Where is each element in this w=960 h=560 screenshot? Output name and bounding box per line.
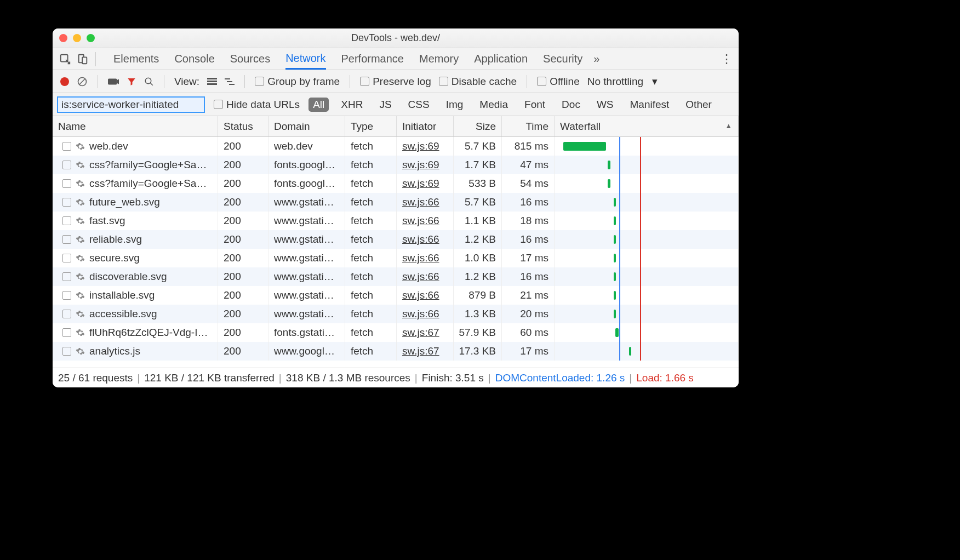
filter-input[interactable] bbox=[57, 96, 205, 113]
filter-type-media[interactable]: Media bbox=[475, 98, 512, 112]
initiator-link[interactable]: sw.js:66 bbox=[402, 233, 439, 245]
cell-type: fetch bbox=[345, 342, 397, 361]
table-row[interactable]: future_web.svg200www.gstati…fetchsw.js:6… bbox=[53, 193, 739, 212]
row-checkbox[interactable] bbox=[62, 328, 71, 337]
service-worker-icon bbox=[76, 310, 85, 319]
large-rows-icon[interactable] bbox=[207, 77, 217, 86]
offline-checkbox[interactable]: Offline bbox=[537, 76, 580, 88]
table-row[interactable]: accessible.svg200www.gstati…fetchsw.js:6… bbox=[53, 305, 739, 323]
column-waterfall[interactable]: Waterfall bbox=[555, 116, 739, 136]
initiator-link[interactable]: sw.js:67 bbox=[402, 345, 439, 357]
column-domain[interactable]: Domain bbox=[268, 116, 345, 136]
initiator-link[interactable]: sw.js:66 bbox=[402, 252, 439, 264]
initiator-link[interactable]: sw.js:66 bbox=[402, 271, 439, 283]
filter-type-ws[interactable]: WS bbox=[592, 98, 618, 112]
search-icon[interactable] bbox=[144, 77, 154, 87]
column-type[interactable]: Type bbox=[345, 116, 397, 136]
cell-status: 200 bbox=[218, 193, 268, 212]
row-checkbox[interactable] bbox=[62, 216, 71, 225]
filter-type-other[interactable]: Other bbox=[681, 98, 716, 112]
table-row[interactable]: flUhRq6tzZclQEJ-Vdg-I…200fonts.gstati…fe… bbox=[53, 323, 739, 342]
filter-type-xhr[interactable]: XHR bbox=[336, 98, 367, 112]
filter-type-all[interactable]: All bbox=[308, 98, 329, 112]
preserve-log-checkbox[interactable]: Preserve log bbox=[360, 76, 431, 88]
initiator-link[interactable]: sw.js:66 bbox=[402, 215, 439, 227]
cell-time: 20 ms bbox=[502, 305, 555, 323]
initiator-link[interactable]: sw.js:69 bbox=[402, 159, 439, 171]
cell-domain: fonts.googl… bbox=[268, 156, 345, 174]
row-checkbox[interactable] bbox=[62, 179, 71, 188]
column-name[interactable]: Name bbox=[53, 116, 218, 136]
column-time[interactable]: Time bbox=[502, 116, 555, 136]
table-row[interactable]: secure.svg200www.gstati…fetchsw.js:661.0… bbox=[53, 249, 739, 267]
initiator-link[interactable]: sw.js:66 bbox=[402, 289, 439, 301]
table-row[interactable]: analytics.js200www.googl…fetchsw.js:6717… bbox=[53, 342, 739, 361]
row-checkbox[interactable] bbox=[62, 161, 71, 169]
filter-type-css[interactable]: CSS bbox=[404, 98, 434, 112]
table-row[interactable]: fast.svg200www.gstati…fetchsw.js:661.1 K… bbox=[53, 212, 739, 230]
cell-waterfall bbox=[555, 212, 739, 230]
tab-sources[interactable]: Sources bbox=[230, 48, 270, 70]
tab-security[interactable]: Security bbox=[543, 48, 582, 70]
status-load: Load: 1.66 s bbox=[636, 372, 694, 384]
request-name: css?family=Google+Sa… bbox=[89, 159, 207, 171]
cell-type: fetch bbox=[345, 323, 397, 342]
table-row[interactable]: css?family=Google+Sa…200fonts.googl…fetc… bbox=[53, 174, 739, 193]
row-checkbox[interactable] bbox=[62, 347, 71, 356]
tab-console[interactable]: Console bbox=[174, 48, 214, 70]
hide-data-urls-checkbox[interactable]: Hide data URLs bbox=[214, 99, 300, 111]
tab-elements[interactable]: Elements bbox=[113, 48, 159, 70]
table-row[interactable]: installable.svg200www.gstati…fetchsw.js:… bbox=[53, 286, 739, 305]
settings-menu-icon[interactable]: ⋮ bbox=[720, 52, 733, 66]
initiator-link[interactable]: sw.js:66 bbox=[402, 196, 439, 208]
filter-type-js[interactable]: JS bbox=[375, 98, 396, 112]
throttling-select[interactable]: No throttling ▾ bbox=[587, 75, 658, 88]
inspect-element-icon[interactable] bbox=[58, 52, 72, 66]
row-checkbox[interactable] bbox=[62, 291, 71, 300]
tab-network[interactable]: Network bbox=[285, 48, 325, 70]
row-checkbox[interactable] bbox=[62, 254, 71, 262]
window-controls bbox=[59, 34, 95, 42]
tab-application[interactable]: Application bbox=[474, 48, 528, 70]
capture-screenshots-icon[interactable] bbox=[108, 77, 119, 86]
waterfall-overview-icon[interactable] bbox=[225, 77, 235, 86]
clear-button[interactable] bbox=[77, 76, 88, 87]
column-size[interactable]: Size bbox=[454, 116, 502, 136]
request-name: css?family=Google+Sa… bbox=[89, 178, 207, 190]
initiator-link[interactable]: sw.js:69 bbox=[402, 140, 439, 152]
table-row[interactable]: web.dev200web.devfetchsw.js:695.7 KB815 … bbox=[53, 137, 739, 156]
filter-type-doc[interactable]: Doc bbox=[557, 98, 585, 112]
tab-performance[interactable]: Performance bbox=[341, 48, 404, 70]
status-bar: 25 / 61 requests| 121 KB / 121 KB transf… bbox=[53, 368, 739, 387]
table-row[interactable]: reliable.svg200www.gstati…fetchsw.js:661… bbox=[53, 230, 739, 249]
tab-memory[interactable]: Memory bbox=[419, 48, 459, 70]
minimize-window-button[interactable] bbox=[73, 34, 81, 42]
close-window-button[interactable] bbox=[59, 34, 67, 42]
record-button[interactable] bbox=[60, 77, 69, 86]
more-tabs-button[interactable]: » bbox=[593, 48, 599, 70]
table-row[interactable]: discoverable.svg200www.gstati…fetchsw.js… bbox=[53, 267, 739, 286]
group-by-frame-checkbox[interactable]: Group by frame bbox=[255, 76, 340, 88]
initiator-link[interactable]: sw.js:67 bbox=[402, 327, 439, 339]
cell-time: 815 ms bbox=[502, 137, 555, 156]
row-checkbox[interactable] bbox=[62, 272, 71, 281]
cell-waterfall bbox=[555, 323, 739, 342]
filter-type-font[interactable]: Font bbox=[520, 98, 550, 112]
request-name: analytics.js bbox=[89, 345, 140, 357]
device-toggle-icon[interactable] bbox=[76, 52, 90, 66]
row-checkbox[interactable] bbox=[62, 235, 71, 244]
filter-icon[interactable] bbox=[127, 77, 136, 87]
row-checkbox[interactable] bbox=[62, 198, 71, 207]
filter-type-img[interactable]: Img bbox=[442, 98, 468, 112]
disable-cache-checkbox[interactable]: Disable cache bbox=[439, 76, 517, 88]
table-row[interactable]: css?family=Google+Sa…200fonts.googl…fetc… bbox=[53, 156, 739, 174]
column-initiator[interactable]: Initiator bbox=[397, 116, 454, 136]
row-checkbox[interactable] bbox=[62, 310, 71, 318]
column-status[interactable]: Status bbox=[218, 116, 268, 136]
service-worker-icon bbox=[76, 142, 85, 151]
row-checkbox[interactable] bbox=[62, 142, 71, 151]
initiator-link[interactable]: sw.js:69 bbox=[402, 178, 439, 190]
filter-type-manifest[interactable]: Manifest bbox=[626, 98, 674, 112]
maximize-window-button[interactable] bbox=[87, 34, 95, 42]
initiator-link[interactable]: sw.js:66 bbox=[402, 308, 439, 320]
